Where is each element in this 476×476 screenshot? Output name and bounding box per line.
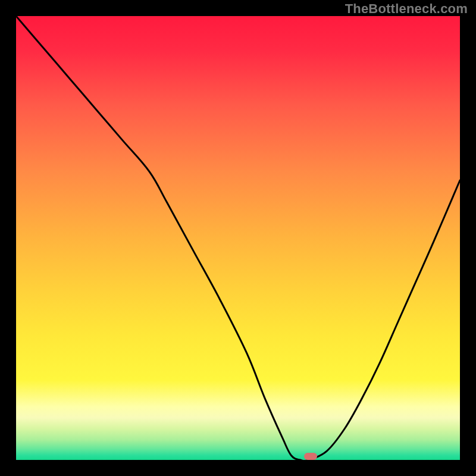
bottleneck-curve xyxy=(16,16,460,460)
plot-area xyxy=(16,16,460,460)
chart-frame: TheBottleneck.com xyxy=(0,0,476,476)
optimum-marker xyxy=(304,453,317,460)
watermark-text: TheBottleneck.com xyxy=(345,1,468,17)
